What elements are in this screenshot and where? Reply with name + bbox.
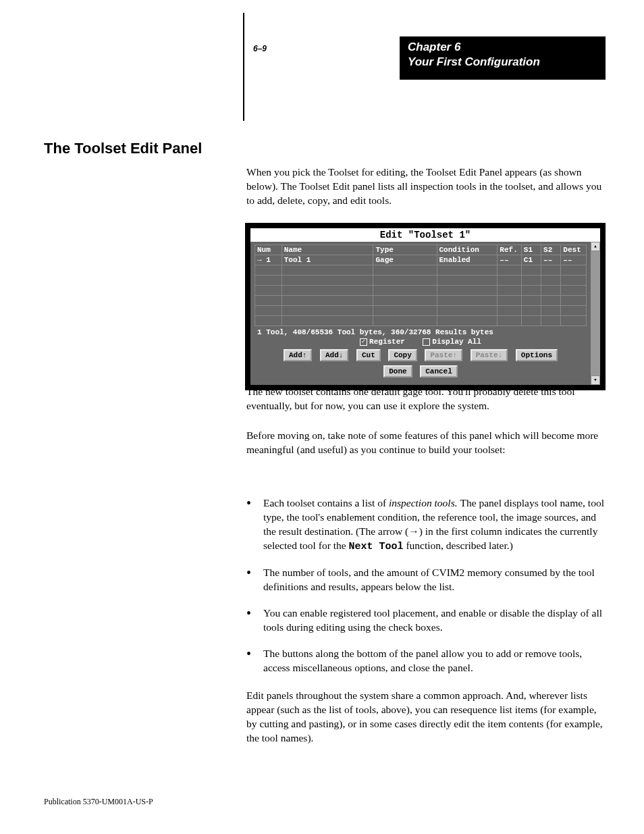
cell-condition: Enabled [437, 255, 498, 265]
list-item: The number of tools, and the amount of C… [246, 566, 604, 594]
tools-table: Num Name Type Condition Ref. S1 S2 Dest … [254, 244, 587, 326]
table-row-empty [255, 306, 587, 316]
col-header-num: Num [255, 245, 282, 255]
col-header-s2: S2 [541, 245, 561, 255]
paragraph: Edit panels throughout the system share … [246, 689, 604, 746]
table-row-empty [255, 316, 587, 326]
col-header-type: Type [373, 245, 437, 255]
display-all-label: Display All [432, 338, 481, 346]
display-all-checkbox[interactable] [423, 338, 430, 346]
bullet-list: Each toolset contains a list of inspecti… [246, 496, 604, 687]
register-label: Register [369, 338, 405, 346]
table-row-empty [255, 296, 587, 306]
paste-down-button[interactable]: Paste↓ [471, 349, 508, 361]
dialog-body: ▴ ▾ Num Name Type Condition Ref. S1 S2 D… [250, 242, 600, 385]
vertical-rule [243, 13, 244, 121]
text: Each toolset contains a list of [263, 497, 389, 509]
list-item: You can enable registered tool placement… [246, 606, 604, 635]
cell-s1: C1 [521, 255, 541, 265]
arrow-icon: → [408, 525, 419, 537]
text-emphasis: inspection tools. [389, 497, 460, 509]
scroll-up-button[interactable]: ▴ [591, 242, 600, 251]
table-row-empty [255, 276, 587, 286]
add-up-button[interactable]: Add↑ [284, 349, 312, 361]
paste-up-button[interactable]: Paste↑ [425, 349, 462, 361]
cut-button[interactable]: Cut [356, 349, 381, 361]
table-row-empty [255, 286, 587, 296]
chapter-label: Chapter 6 [408, 41, 597, 54]
dialog-title: Edit "Toolset 1" [250, 228, 600, 242]
paragraph: The new toolset contains one default gag… [246, 385, 604, 413]
chapter-header-box: Chapter 6 Your First Configuration [400, 36, 606, 80]
section-heading: The Toolset Edit Panel [44, 140, 202, 157]
table-row[interactable]: → 1 Tool 1 Gage Enabled –– C1 –– –– [255, 255, 587, 265]
cell-s2: –– [541, 255, 561, 265]
options-button[interactable]: Options [516, 349, 558, 361]
cancel-button[interactable]: Cancel [420, 365, 458, 377]
list-item: Each toolset contains a list of inspecti… [246, 496, 604, 554]
done-button[interactable]: Done [383, 365, 412, 377]
text: function, described later.) [404, 540, 513, 551]
col-header-dest: Dest [561, 245, 587, 255]
col-header-s1: S1 [521, 245, 541, 255]
add-down-button[interactable]: Add↓ [320, 349, 348, 361]
cell-ref: –– [498, 255, 522, 265]
col-header-name: Name [281, 245, 373, 255]
cell-dest: –– [561, 255, 587, 265]
checkbox-row: ✓Register Display All [254, 336, 587, 347]
scrollbar-track[interactable]: ▴ ▾ [591, 242, 600, 385]
chapter-title: Your First Configuration [408, 55, 597, 69]
table-header-row: Num Name Type Condition Ref. S1 S2 Dest [255, 245, 587, 255]
mono-text: Next Tool [349, 541, 404, 552]
paragraph: When you pick the Toolset for editing, t… [246, 165, 604, 208]
page-number-top: 6–9 [253, 44, 267, 53]
scroll-down-button[interactable]: ▾ [591, 375, 600, 385]
status-line: 1 Tool, 408/65536 Tool bytes, 360/32768 … [254, 326, 587, 336]
list-item: The buttons along the bottom of the pane… [246, 647, 604, 675]
toolset-edit-dialog: Edit "Toolset 1" ▴ ▾ Num Name Type Condi… [245, 223, 606, 390]
copy-button[interactable]: Copy [388, 349, 417, 361]
cell-num: → 1 [255, 255, 282, 265]
paragraph: Before moving on, take note of some feat… [246, 429, 604, 457]
register-checkbox[interactable]: ✓ [360, 338, 367, 346]
footer-publication: Publication 5370-UM001A-US-P [44, 797, 153, 807]
button-row-2: Done Cancel [254, 363, 587, 380]
col-header-ref: Ref. [498, 245, 522, 255]
button-row-1: Add↑ Add↓ Cut Copy Paste↑ Paste↓ Options [254, 347, 587, 363]
cell-name[interactable]: Tool 1 [281, 255, 373, 265]
cell-type: Gage [373, 255, 437, 265]
table-row-empty [255, 265, 587, 276]
col-header-condition: Condition [437, 245, 498, 255]
